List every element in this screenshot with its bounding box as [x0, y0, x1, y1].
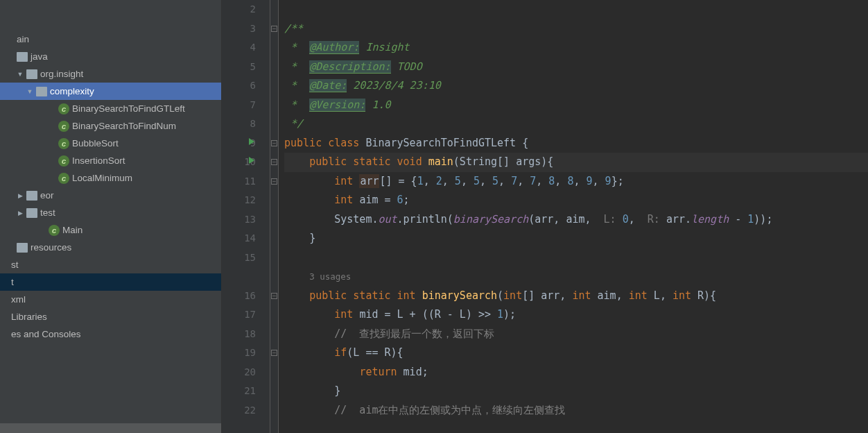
tree-item-insertionsort[interactable]: InsertionSort [0, 152, 221, 169]
fold-marker[interactable] [270, 38, 278, 58]
tree-item-xml[interactable]: xml [0, 291, 221, 308]
line-number[interactable]: 17 [222, 305, 256, 325]
fold-marker[interactable] [270, 229, 278, 248]
tree-label: BubbleSort [72, 138, 119, 148]
tree-item-localminimum[interactable]: LocalMinimum [0, 169, 221, 187]
chevron-right-icon[interactable] [15, 192, 25, 199]
fold-marker[interactable] [270, 267, 278, 287]
line-number[interactable]: 12 [222, 191, 256, 210]
line-number[interactable]: 13 [222, 210, 256, 230]
line-number[interactable]: 18 [222, 325, 256, 344]
code-line[interactable]: int arr[] = {1, 2, 5, 5, 5, 7, 7, 8, 8, … [284, 172, 868, 192]
tree-item-resources[interactable]: resources [0, 239, 221, 256]
tree-item-st[interactable]: st [0, 256, 221, 273]
fold-marker[interactable] [270, 305, 278, 325]
fold-marker[interactable] [270, 325, 278, 344]
line-number[interactable]: 8 [222, 114, 256, 134]
code-line[interactable]: } [284, 229, 868, 248]
tree-item-ain[interactable]: ain [0, 31, 221, 48]
tree-item-binarysearchtofindnum[interactable]: BinarySearchToFindNum [0, 117, 221, 135]
code-editor[interactable]: 2345678910111213141516171819202122 −−−−−… [222, 0, 868, 433]
fold-marker[interactable] [270, 248, 278, 268]
run-gutter-icon[interactable] [249, 138, 254, 145]
tree-item-eor[interactable]: eor [0, 187, 221, 204]
code-line[interactable]: /** [284, 19, 868, 39]
code-line[interactable]: } [284, 382, 868, 401]
tree-item-t[interactable]: t [0, 273, 221, 291]
sidebar-scrollbar[interactable] [0, 423, 221, 433]
code-line[interactable] [284, 248, 868, 268]
line-number[interactable]: 10 [222, 153, 256, 172]
line-number[interactable]: 2 [222, 0, 256, 19]
code-line[interactable]: * @Version: 1.0 [284, 96, 868, 115]
chevron-down-icon[interactable] [25, 88, 35, 95]
line-number[interactable]: 19 [222, 343, 256, 363]
tree-item-bubblesort[interactable]: BubbleSort [0, 135, 221, 152]
tree-item-test[interactable]: test [0, 204, 221, 221]
fold-marker[interactable] [270, 0, 278, 19]
fold-marker[interactable]: − [270, 172, 278, 192]
tree-item-java[interactable]: java [0, 48, 221, 65]
fold-marker[interactable] [270, 114, 278, 134]
code-line[interactable]: * @Date: 2023/8/4 23:10 [284, 76, 868, 96]
tree-item-org-insight[interactable]: org.insight [0, 65, 221, 83]
code-line[interactable]: int aim = 6; [284, 191, 868, 210]
fold-marker[interactable] [270, 96, 278, 115]
chevron-down-icon[interactable] [15, 71, 25, 78]
chevron-right-icon[interactable] [15, 210, 25, 216]
fold-marker[interactable] [270, 401, 278, 421]
line-number[interactable]: 20 [222, 363, 256, 382]
tree-item-complexity[interactable]: complexity [0, 83, 221, 100]
code-line[interactable]: 3 usages [284, 267, 868, 287]
line-number[interactable]: 7 [222, 96, 256, 115]
tree-label: resources [31, 242, 71, 253]
fold-marker[interactable]: − [270, 19, 278, 39]
line-number[interactable] [222, 267, 256, 287]
fold-marker[interactable] [270, 363, 278, 382]
code-line[interactable]: public static void main(String[] args){ [284, 153, 868, 172]
tree-label: complexity [50, 86, 94, 96]
code-area[interactable]: /** * @Author: Insight * @Description: T… [279, 0, 868, 433]
fold-marker[interactable]: − [270, 134, 278, 153]
code-line[interactable] [284, 0, 868, 19]
fold-marker[interactable] [270, 210, 278, 230]
fold-marker[interactable]: − [270, 343, 278, 363]
line-gutter[interactable]: 2345678910111213141516171819202122 [222, 0, 270, 433]
line-number[interactable]: 5 [222, 58, 256, 77]
line-number[interactable]: 22 [222, 401, 256, 421]
fold-marker[interactable]: − [270, 287, 278, 306]
code-line[interactable]: */ [284, 114, 868, 134]
line-number[interactable]: 11 [222, 172, 256, 192]
line-number[interactable]: 14 [222, 229, 256, 248]
fold-marker[interactable] [270, 382, 278, 401]
run-gutter-icon[interactable] [249, 157, 254, 164]
fold-marker[interactable] [270, 58, 278, 77]
fold-marker[interactable] [270, 191, 278, 210]
tree-item-main[interactable]: Main [0, 221, 221, 239]
tree-item--libraries[interactable]: Libraries [0, 308, 221, 325]
code-line[interactable]: int mid = L + ((R - L) >> 1); [284, 305, 868, 325]
line-number[interactable]: 15 [222, 248, 256, 268]
class-icon [58, 121, 69, 132]
code-line[interactable]: * @Author: Insight [284, 38, 868, 58]
code-line[interactable]: // aim在中点的左侧或为中点，继续向左侧查找 [284, 401, 868, 421]
line-number[interactable]: 16 [222, 287, 256, 306]
code-line[interactable]: if(L == R){ [284, 343, 868, 363]
code-line[interactable]: return mid; [284, 363, 868, 382]
line-number[interactable]: 21 [222, 382, 256, 401]
fold-column[interactable]: −−−−−− [270, 0, 279, 433]
tree-label: t [11, 277, 14, 287]
code-line[interactable]: public static int binarySearch(int[] arr… [284, 287, 868, 306]
tree-item-es-and-consoles[interactable]: es and Consoles [0, 325, 221, 343]
fold-marker[interactable] [270, 76, 278, 96]
code-line[interactable]: public class BinarySearchToFindGTLeft { [284, 134, 868, 153]
tree-item-binarysearchtofindgtleft[interactable]: BinarySearchToFindGTLeft [0, 100, 221, 117]
code-line[interactable]: * @Description: TODO [284, 58, 868, 77]
code-line[interactable]: // 查找到最后一个数，返回下标 [284, 325, 868, 344]
code-line[interactable]: System.out.println(binarySearch(arr, aim… [284, 210, 868, 230]
line-number[interactable]: 9 [222, 134, 256, 153]
line-number[interactable]: 4 [222, 38, 256, 58]
line-number[interactable]: 6 [222, 76, 256, 96]
fold-marker[interactable]: − [270, 153, 278, 172]
line-number[interactable]: 3 [222, 19, 256, 39]
